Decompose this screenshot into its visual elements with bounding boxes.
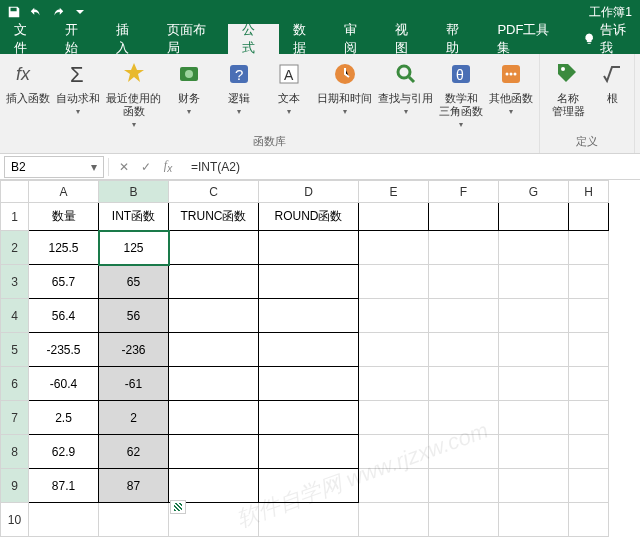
more-functions-button[interactable]: 其他函数▾ bbox=[489, 58, 533, 116]
cell[interactable] bbox=[429, 503, 499, 537]
root-fn-button[interactable]: 根 bbox=[596, 58, 628, 105]
select-all-corner[interactable] bbox=[1, 181, 29, 203]
cell[interactable] bbox=[169, 299, 259, 333]
formula-input[interactable]: =INT(A2) bbox=[183, 160, 640, 174]
row-header[interactable]: 1 bbox=[1, 203, 29, 231]
row-header[interactable]: 3 bbox=[1, 265, 29, 299]
row-header[interactable]: 6 bbox=[1, 367, 29, 401]
math-trig-button[interactable]: θ 数学和 三角函数▾ bbox=[439, 58, 483, 129]
cell[interactable] bbox=[499, 469, 569, 503]
undo-icon[interactable] bbox=[26, 2, 46, 22]
row-header[interactable]: 10 bbox=[1, 503, 29, 537]
tab-review[interactable]: 审阅 bbox=[330, 24, 381, 54]
cell[interactable]: -60.4 bbox=[29, 367, 99, 401]
cell[interactable] bbox=[359, 265, 429, 299]
cell[interactable] bbox=[569, 231, 609, 265]
cell[interactable]: TRUNC函数 bbox=[169, 203, 259, 231]
cell[interactable]: 87 bbox=[99, 469, 169, 503]
col-header[interactable]: D bbox=[259, 181, 359, 203]
cell[interactable]: 56 bbox=[99, 299, 169, 333]
cell[interactable] bbox=[499, 265, 569, 299]
cell[interactable] bbox=[169, 367, 259, 401]
autofill-options-icon[interactable] bbox=[170, 500, 186, 514]
enter-formula-icon[interactable]: ✓ bbox=[137, 158, 155, 176]
cell[interactable] bbox=[169, 401, 259, 435]
tab-help[interactable]: 帮助 bbox=[432, 24, 483, 54]
name-manager-button[interactable]: 名称 管理器 bbox=[546, 58, 590, 118]
row-header[interactable]: 8 bbox=[1, 435, 29, 469]
tab-formulas[interactable]: 公式 bbox=[228, 24, 279, 54]
cell[interactable] bbox=[499, 367, 569, 401]
cell[interactable]: 62 bbox=[99, 435, 169, 469]
cell[interactable] bbox=[429, 367, 499, 401]
cell[interactable] bbox=[259, 299, 359, 333]
cell[interactable] bbox=[169, 435, 259, 469]
cell[interactable] bbox=[359, 503, 429, 537]
tab-file[interactable]: 文件 bbox=[0, 24, 51, 54]
cell[interactable] bbox=[499, 203, 569, 231]
cell[interactable]: 2 bbox=[99, 401, 169, 435]
lookup-button[interactable]: 查找与引用▾ bbox=[378, 58, 433, 116]
cell[interactable] bbox=[499, 401, 569, 435]
cell[interactable] bbox=[499, 299, 569, 333]
cell[interactable]: -235.5 bbox=[29, 333, 99, 367]
cell[interactable]: 87.1 bbox=[29, 469, 99, 503]
cell[interactable] bbox=[499, 231, 569, 265]
cell[interactable] bbox=[359, 299, 429, 333]
cancel-formula-icon[interactable]: ✕ bbox=[115, 158, 133, 176]
cell[interactable] bbox=[569, 435, 609, 469]
cell[interactable] bbox=[569, 333, 609, 367]
cell[interactable]: 65 bbox=[99, 265, 169, 299]
cell[interactable]: 56.4 bbox=[29, 299, 99, 333]
grid[interactable]: A B C D E F G H 1 数量 INT函数 TRUNC函数 ROUND… bbox=[0, 180, 609, 537]
cell[interactable] bbox=[429, 333, 499, 367]
cell[interactable]: ROUND函数 bbox=[259, 203, 359, 231]
tab-data[interactable]: 数据 bbox=[279, 24, 330, 54]
cell[interactable]: 2.5 bbox=[29, 401, 99, 435]
cell[interactable] bbox=[29, 503, 99, 537]
cell[interactable] bbox=[259, 435, 359, 469]
cell[interactable] bbox=[359, 469, 429, 503]
redo-icon[interactable] bbox=[48, 2, 68, 22]
col-header[interactable]: G bbox=[499, 181, 569, 203]
cell[interactable]: 65.7 bbox=[29, 265, 99, 299]
cell[interactable] bbox=[499, 333, 569, 367]
cell[interactable] bbox=[569, 299, 609, 333]
cell[interactable] bbox=[259, 401, 359, 435]
chevron-down-icon[interactable]: ▾ bbox=[91, 160, 97, 174]
cell[interactable]: -61 bbox=[99, 367, 169, 401]
recently-used-button[interactable]: 最近使用的 函数▾ bbox=[106, 58, 161, 129]
cell[interactable] bbox=[259, 367, 359, 401]
financial-button[interactable]: 财务▾ bbox=[167, 58, 211, 116]
cell[interactable] bbox=[169, 231, 259, 265]
cell[interactable]: -236 bbox=[99, 333, 169, 367]
cell[interactable] bbox=[569, 503, 609, 537]
cell[interactable] bbox=[569, 367, 609, 401]
cell[interactable] bbox=[259, 333, 359, 367]
cell[interactable]: 125.5 bbox=[29, 231, 99, 265]
tab-view[interactable]: 视图 bbox=[381, 24, 432, 54]
qat-customize-icon[interactable] bbox=[70, 2, 90, 22]
col-header[interactable]: A bbox=[29, 181, 99, 203]
row-header[interactable]: 7 bbox=[1, 401, 29, 435]
logical-button[interactable]: ? 逻辑▾ bbox=[217, 58, 261, 116]
name-box[interactable]: B2 ▾ bbox=[4, 156, 104, 178]
col-header[interactable]: F bbox=[429, 181, 499, 203]
cell[interactable] bbox=[359, 401, 429, 435]
cell[interactable] bbox=[569, 469, 609, 503]
col-header[interactable]: H bbox=[569, 181, 609, 203]
row-header[interactable]: 4 bbox=[1, 299, 29, 333]
cell[interactable]: 62.9 bbox=[29, 435, 99, 469]
cell[interactable] bbox=[359, 231, 429, 265]
row-header[interactable]: 9 bbox=[1, 469, 29, 503]
cell-active[interactable]: 125 bbox=[99, 231, 169, 265]
fx-icon[interactable]: fx bbox=[159, 158, 177, 176]
col-header[interactable]: B bbox=[99, 181, 169, 203]
cell[interactable] bbox=[429, 401, 499, 435]
cell[interactable] bbox=[429, 231, 499, 265]
cell[interactable] bbox=[429, 435, 499, 469]
cell[interactable] bbox=[169, 265, 259, 299]
tab-layout[interactable]: 页面布局 bbox=[153, 24, 227, 54]
cell[interactable] bbox=[359, 367, 429, 401]
cell[interactable] bbox=[359, 333, 429, 367]
